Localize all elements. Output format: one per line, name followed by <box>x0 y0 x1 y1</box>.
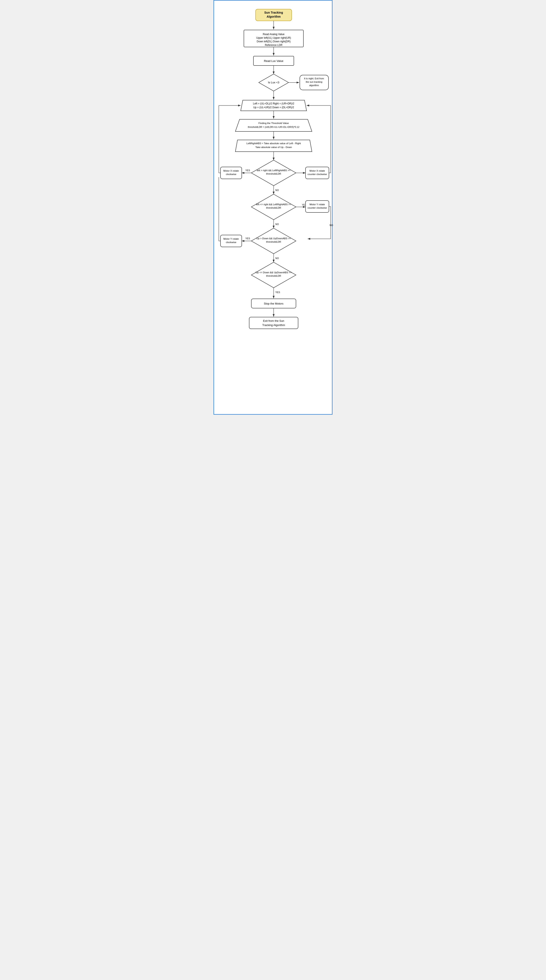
exit-label1: Exit from the Sun <box>263 319 284 322</box>
night-label3: algorithm <box>309 84 319 87</box>
read-analog-label2: Upper left(UL) Upper right(UR) <box>256 37 291 39</box>
diamond1-label1: left > right && LeftRightABS >= <box>257 169 290 172</box>
calc-values-shape <box>241 100 306 111</box>
flowchart-svg: Sun Tracking Algorithm Read Analog Value… <box>216 5 331 409</box>
diamond2-label1: left <= right && LeftRightABS >= <box>256 203 291 206</box>
motor-x-cw-label2: clockwise <box>226 173 236 175</box>
night-label2: the sun tracking <box>306 81 322 83</box>
diamond4-label2: thresholdLDR <box>266 275 281 277</box>
read-analog-label: Read Analog Value <box>263 33 284 36</box>
lux-label: Is Lux <3 <box>268 81 279 84</box>
motor-x-ccw-label2: counter clockwise <box>308 173 327 175</box>
exit-label2: Tracking Algorithm <box>262 323 285 327</box>
threshold-shape <box>235 119 312 131</box>
no1-label: NO <box>275 189 279 191</box>
read-analog-label4: Reference LDR <box>265 44 283 46</box>
abs-label1: LeftRightABS = Take absolute value of Le… <box>246 142 301 145</box>
no2-right-label: NO <box>330 224 333 226</box>
motor-y-ccw-label1: Motor Y rotate <box>310 203 325 206</box>
diamond1-label2: thresholdLDR <box>266 172 281 175</box>
night-label1: It is night. Exit from <box>304 77 324 80</box>
yes1-label: YES <box>245 169 250 172</box>
no3-label: NO <box>275 257 279 259</box>
calc-label1: Left = (UL+DL)/2 Right = (UR+DR)/2 <box>253 102 294 105</box>
page: Sun Tracking Algorithm Read Analog Value… <box>213 0 333 415</box>
diamond3-label2: thresholdLDR <box>266 240 281 243</box>
read-lux-label: Read Lux Value <box>264 59 283 62</box>
diamond3-label1: Up > Down && UpDownABS >= <box>256 237 291 240</box>
yes3-label: YES <box>245 237 250 240</box>
stop-motors-label: Stop the Motors <box>264 302 283 305</box>
abs-label2: Take absolute value of Up - Down <box>256 146 292 148</box>
motor-x-cw-label1: Motor X rotate <box>224 170 239 172</box>
diamond2-label2: thresholdLDR <box>266 207 281 209</box>
start-label: Sun Tracking <box>264 11 283 14</box>
diamond4-label1: Up <= Down && UpDownABS >= <box>256 271 292 274</box>
read-analog-label3: Down left(DL) Down right(DR) <box>257 40 290 43</box>
start-label2: Algorithm <box>267 15 281 18</box>
motor-y-cw-label1: Motor Y rotate <box>224 237 239 240</box>
motor-x-ccw-label1: Motor X rotate <box>310 170 325 172</box>
motor-y-cw-label2: clockwise <box>226 241 236 243</box>
threshold-label2: thresholdLDR = (refLDR+UL+UR+DL+DR/5)*0.… <box>248 126 299 128</box>
no2-label: NO <box>275 223 279 226</box>
yes4-label: YES <box>275 291 280 293</box>
svg-rect-39 <box>249 317 298 329</box>
threshold-label1: Finding the Threshold Value <box>259 122 289 124</box>
motor-y-ccw-label2: counter clockwise <box>308 207 327 209</box>
calc-label2: Up = (UL+UR)/2 Down = (DL+DR)/2 <box>253 106 294 109</box>
